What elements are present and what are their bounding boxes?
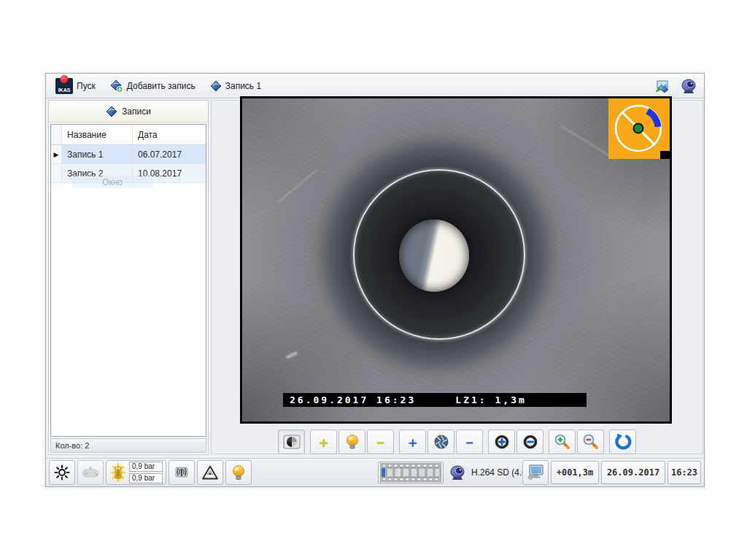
records-panel-header[interactable]: Записи bbox=[49, 101, 208, 122]
export-snapshot-icon bbox=[654, 79, 670, 93]
light-bulb-button[interactable] bbox=[338, 429, 365, 454]
lamp-bulb-icon bbox=[231, 464, 246, 481]
distance-counter: +001,3m bbox=[551, 461, 599, 484]
record-name: Запись 1 bbox=[62, 145, 133, 163]
row-marker bbox=[51, 164, 62, 182]
ikas-logo-icon: IKAS bbox=[55, 78, 73, 94]
antenna-icon bbox=[173, 464, 190, 481]
recording-filmstrip[interactable] bbox=[378, 462, 444, 483]
status-right-group: +001,3m 26.09.2017 16:23 bbox=[522, 460, 701, 485]
table-row[interactable]: Запись 2 10.08.2017 bbox=[51, 164, 206, 183]
start-button[interactable]: IKAS Пуск bbox=[50, 76, 101, 96]
camera-orientation-compass bbox=[608, 98, 670, 159]
focus-far-icon bbox=[522, 434, 538, 450]
zoom-in-icon bbox=[554, 433, 571, 451]
light-decrease-button[interactable]: － bbox=[367, 429, 394, 454]
record-1-button[interactable]: Запись 1 bbox=[205, 78, 266, 94]
app-window: IKAS Пуск Добавить запись Запись 1 bbox=[45, 73, 705, 487]
pan-rotate-button[interactable] bbox=[278, 429, 305, 454]
records-table: Название Дата ▶ Запись 1 06.07.2017 Запи… bbox=[50, 124, 206, 437]
joystick-icon bbox=[81, 465, 100, 480]
record-count-status: Кол-во: 2 bbox=[50, 438, 206, 453]
focus-near-button[interactable] bbox=[488, 429, 515, 454]
record-name: Запись 2 bbox=[62, 164, 133, 182]
monitor-wrench-icon bbox=[526, 464, 545, 481]
pressure-value-top: 0,9 bar bbox=[129, 462, 163, 472]
webcam-toolbar-button[interactable] bbox=[678, 77, 700, 96]
pressure-values: 0,9 bar 0,9 bar bbox=[129, 462, 163, 483]
focus-far-button[interactable] bbox=[516, 429, 543, 454]
focus-near-icon bbox=[494, 434, 510, 450]
video-panel: 26.09.2017 16:23 LZ1: 1,3m bbox=[211, 100, 703, 454]
status-bar: 0,9 bar 0,9 bar bbox=[46, 458, 704, 486]
iris-open-button[interactable]: ＋ bbox=[399, 429, 426, 454]
light-bulb-icon bbox=[345, 434, 360, 450]
laser-warning-icon bbox=[201, 464, 219, 481]
row-marker: ▶ bbox=[51, 145, 62, 163]
pressure-icon bbox=[109, 463, 127, 482]
transmitter-button[interactable] bbox=[169, 460, 195, 485]
records-table-header: Название Дата bbox=[51, 125, 206, 145]
records-panel: Записи Название Дата ▶ Запись 1 06.07.20… bbox=[48, 100, 209, 455]
reset-icon bbox=[614, 433, 632, 451]
pan-rotate-icon bbox=[283, 435, 301, 449]
diamond-icon bbox=[106, 106, 117, 117]
records-panel-title: Записи bbox=[122, 106, 151, 117]
start-label: Пуск bbox=[77, 81, 96, 91]
zoom-out-button[interactable] bbox=[577, 429, 604, 454]
iris-auto-button[interactable] bbox=[427, 429, 454, 454]
lamp-button[interactable] bbox=[225, 460, 252, 485]
export-snapshot-button[interactable] bbox=[651, 77, 673, 96]
webcam-status-icon bbox=[449, 464, 466, 481]
status-time: 16:23 bbox=[667, 461, 701, 484]
pressure-value-bottom: 0,9 bar bbox=[129, 473, 163, 483]
camera-control-toolbar: ＋ － ＋ － bbox=[211, 427, 703, 456]
add-record-label: Добавить запись bbox=[127, 81, 196, 91]
pressure-indicator[interactable]: 0,9 bar 0,9 bar bbox=[106, 460, 166, 485]
filmstrip-icon bbox=[380, 463, 441, 482]
diamond-add-icon bbox=[110, 79, 123, 93]
brightness-icon bbox=[53, 464, 71, 481]
pipe-bore-hole bbox=[399, 219, 469, 292]
add-record-button[interactable]: Добавить запись bbox=[105, 77, 201, 95]
record-1-label: Запись 1 bbox=[225, 81, 261, 91]
row-marker-gutter bbox=[51, 125, 62, 144]
light-increase-button[interactable]: ＋ bbox=[310, 429, 337, 454]
aperture-icon bbox=[433, 434, 449, 450]
diamond-icon bbox=[210, 80, 222, 92]
zoom-out-icon bbox=[582, 433, 600, 451]
brightness-button[interactable] bbox=[49, 460, 75, 485]
column-header-date[interactable]: Дата bbox=[133, 125, 206, 144]
reset-camera-button[interactable] bbox=[609, 429, 636, 454]
column-header-name[interactable]: Название bbox=[62, 125, 133, 144]
laser-button[interactable] bbox=[197, 460, 223, 485]
iris-close-button[interactable]: － bbox=[456, 429, 483, 454]
video-timestamp-overlay: 26.09.2017 16:23 LZ1: 1,3m bbox=[283, 393, 587, 407]
status-date: 26.09.2017 bbox=[601, 461, 665, 484]
display-settings-button[interactable] bbox=[522, 460, 549, 485]
status-left-group: 0,9 bar 0,9 bar bbox=[49, 460, 252, 485]
joystick-button[interactable] bbox=[77, 460, 104, 485]
record-date: 06.07.2017 bbox=[133, 145, 206, 163]
camera-video-feed[interactable]: 26.09.2017 16:23 LZ1: 1,3m bbox=[242, 98, 670, 421]
record-date: 10.08.2017 bbox=[133, 164, 206, 182]
table-row[interactable]: ▶ Запись 1 06.07.2017 bbox=[51, 145, 206, 164]
webcam-icon bbox=[680, 78, 697, 94]
zoom-in-button[interactable] bbox=[549, 429, 576, 454]
main-toolbar: IKAS Пуск Добавить запись Запись 1 bbox=[46, 74, 704, 98]
video-frame: 26.09.2017 16:23 LZ1: 1,3m bbox=[240, 96, 672, 424]
